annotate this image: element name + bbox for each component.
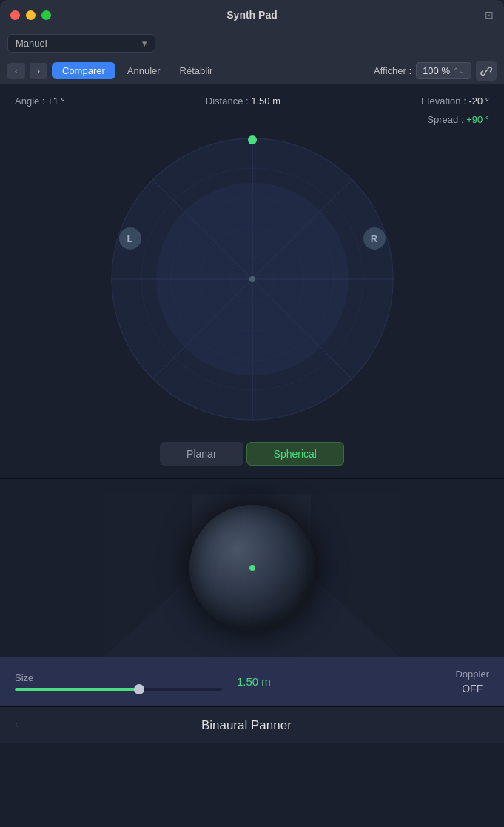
spread-value: +90 ° bbox=[466, 114, 489, 125]
svg-point-12 bbox=[248, 135, 257, 144]
label-L[interactable]: L bbox=[119, 227, 141, 250]
angle-stat: Angle : +1 ° bbox=[15, 96, 65, 107]
label-R[interactable]: R bbox=[363, 227, 386, 250]
compare-button[interactable]: Comparer bbox=[52, 62, 115, 79]
window-icon[interactable]: ⊡ bbox=[485, 9, 494, 21]
link-button[interactable] bbox=[476, 61, 497, 81]
planar-button[interactable]: Planar bbox=[160, 442, 243, 466]
size-slider-container bbox=[15, 688, 222, 691]
svg-point-11 bbox=[249, 276, 255, 282]
window-title: Synth Pad bbox=[226, 9, 277, 21]
maximize-button[interactable] bbox=[41, 10, 51, 20]
doppler-group: Doppler OFF bbox=[455, 669, 489, 694]
cancel-button[interactable]: Annuler bbox=[120, 62, 168, 79]
back-button[interactable]: ‹ bbox=[7, 63, 25, 79]
elevation-label: Elevation : bbox=[421, 96, 466, 107]
angle-label: Angle : bbox=[15, 96, 44, 107]
controls-section: Size 1.50 m Doppler OFF bbox=[0, 657, 504, 706]
minimize-button[interactable] bbox=[26, 10, 36, 20]
view-label: Afficher : bbox=[374, 65, 411, 76]
zoom-value: 100 % bbox=[423, 65, 450, 76]
spread-stat: Spread : +90 ° bbox=[427, 114, 489, 125]
sphere-3d bbox=[189, 505, 315, 631]
size-value-display: 1.50 m bbox=[237, 675, 271, 689]
bottom-title-bar: › Binaural Panner bbox=[0, 706, 504, 743]
size-slider-thumb[interactable] bbox=[134, 684, 144, 694]
bottom-chevron-left[interactable]: › bbox=[15, 720, 19, 731]
mode-buttons: Planar Spherical bbox=[15, 442, 489, 466]
spherical-button[interactable]: Spherical bbox=[246, 442, 344, 466]
zoom-control[interactable]: 100 % ⌃⌄ bbox=[416, 62, 471, 79]
size-value: 1.50 m bbox=[237, 675, 271, 688]
mode-selector-arrow: ▾ bbox=[142, 38, 147, 49]
mode-selector-label: Manuel bbox=[16, 38, 47, 49]
panner-section: Angle : +1 ° Distance : 1.50 m Elevation… bbox=[0, 85, 504, 466]
size-slider-track[interactable] bbox=[15, 688, 222, 691]
panner-svg[interactable] bbox=[104, 131, 400, 427]
close-button[interactable] bbox=[10, 10, 20, 20]
sphere-visual bbox=[189, 505, 315, 631]
size-control-group: Size bbox=[15, 672, 222, 691]
elevation-value: -20 ° bbox=[468, 96, 489, 107]
distance-label: Distance : bbox=[206, 96, 249, 107]
doppler-value[interactable]: OFF bbox=[462, 683, 483, 694]
stats-row: Angle : +1 ° Distance : 1.50 m Elevation… bbox=[15, 96, 489, 107]
size-label: Size bbox=[15, 672, 222, 683]
title-bar: Synth Pad ⊡ bbox=[0, 0, 504, 30]
title-bar-controls bbox=[10, 10, 51, 20]
mode-selector[interactable]: Manuel ▾ bbox=[7, 34, 155, 53]
forward-button[interactable]: › bbox=[30, 63, 47, 79]
sphere-section bbox=[0, 479, 504, 657]
panner-container[interactable]: L R bbox=[15, 131, 489, 427]
size-slider-fill bbox=[15, 688, 139, 691]
spread-label: Spread : bbox=[427, 114, 463, 125]
sphere-dot bbox=[249, 565, 255, 571]
redo-button[interactable]: Rétablir bbox=[172, 62, 221, 79]
distance-value: 1.50 m bbox=[251, 96, 280, 107]
mode-bar: Manuel ▾ bbox=[0, 30, 504, 57]
doppler-label: Doppler bbox=[455, 669, 489, 680]
angle-value: +1 ° bbox=[47, 96, 65, 107]
panner-circle[interactable]: L R bbox=[104, 131, 400, 427]
elevation-stat: Elevation : -20 ° bbox=[421, 96, 489, 107]
spread-row: Spread : +90 ° bbox=[15, 114, 489, 125]
zoom-arrows: ⌃⌄ bbox=[453, 67, 465, 75]
bottom-title-text: Binaural Panner bbox=[19, 718, 474, 733]
distance-stat: Distance : 1.50 m bbox=[206, 96, 280, 107]
link-icon bbox=[480, 65, 492, 77]
toolbar: ‹ › Comparer Annuler Rétablir Afficher :… bbox=[0, 57, 504, 85]
